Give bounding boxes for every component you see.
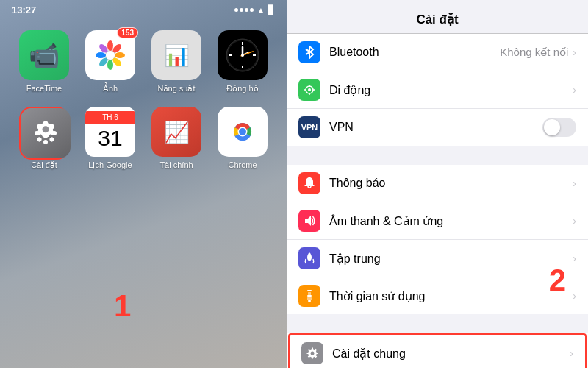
cai-dat-chung-chevron: ›	[570, 347, 573, 359]
facetime-icon: 📹	[19, 30, 69, 80]
donghon-label: Đồng hồ	[226, 84, 258, 93]
tap-trung-icon	[298, 247, 320, 269]
settings-bluetooth[interactable]: Bluetooth Không kết nối ›	[287, 34, 588, 71]
cal-date: 31	[98, 124, 122, 152]
app-facetime[interactable]: 📹 FaceTime	[15, 30, 74, 93]
di-dong-chevron: ›	[573, 84, 576, 96]
app-grid: 📹 FaceTime	[0, 18, 287, 179]
app-photos[interactable]: 153 Ảnh	[81, 30, 140, 93]
svg-point-26	[36, 136, 42, 142]
thoi-gian-chevron: ›	[573, 290, 576, 302]
settings-am-thanh[interactable]: Âm thanh & Cảm ứng ›	[287, 202, 588, 240]
section-gap-1	[287, 146, 588, 165]
step-1-number: 1	[114, 289, 131, 324]
caidhat-icon	[21, 108, 71, 158]
svg-point-25	[43, 140, 48, 144]
svg-point-37	[308, 88, 311, 91]
cai-dat-chung-label: Cài đặt chung	[332, 347, 570, 361]
settings-thoi-gian[interactable]: Thời gian sử dụng ›	[287, 277, 588, 314]
taichinh-label: Tài chính	[159, 160, 193, 169]
tap-trung-label: Tập trung	[329, 252, 573, 266]
photos-badge: 153	[117, 27, 138, 38]
settings-cai-dat-chung[interactable]: Cài đặt chung ›	[288, 333, 587, 368]
bluetooth-value: Không kết nối	[500, 46, 568, 59]
chrome-label: Chrome	[228, 160, 257, 169]
app-lichgoogle[interactable]: TH 6 31 Lịch Google	[81, 107, 140, 170]
nangsuat-icon: 📊	[151, 30, 201, 80]
settings-thong-bao[interactable]: Thông báo ›	[287, 165, 588, 202]
svg-rect-43	[307, 290, 312, 291]
svg-point-35	[239, 128, 246, 135]
tap-trung-chevron: ›	[573, 252, 576, 264]
svg-marker-42	[305, 216, 311, 226]
app-chrome[interactable]: Chrome	[213, 107, 272, 170]
vpn-icon: VPN	[298, 116, 320, 138]
chrome-icon	[218, 107, 268, 157]
vpn-toggle[interactable]	[542, 118, 576, 137]
svg-point-1	[107, 40, 113, 51]
cal-header: TH 6	[85, 111, 135, 124]
am-thanh-label: Âm thanh & Cảm ứng	[329, 214, 573, 228]
settings-di-dong[interactable]: Di động ›	[287, 71, 588, 109]
settings-vpn[interactable]: VPN VPN	[287, 109, 588, 146]
section-gap-2	[287, 314, 588, 333]
facetime-label: FaceTime	[26, 84, 62, 93]
donghon-icon	[218, 30, 268, 80]
svg-point-24	[49, 136, 54, 142]
am-thanh-icon	[298, 210, 320, 232]
cai-dat-chung-icon	[301, 342, 323, 364]
settings-panel: Cài đặt Bluetooth Không kết nối › Di độn…	[287, 0, 588, 368]
settings-section-1: Bluetooth Không kết nối › Di động › VPN …	[287, 34, 588, 146]
signal-icon	[234, 8, 254, 12]
step-2-number: 2	[549, 263, 566, 298]
wifi-icon: ▲	[257, 5, 265, 15]
am-thanh-chevron: ›	[573, 215, 576, 227]
svg-point-48	[311, 352, 315, 355]
settings-section-2: Thông báo › Âm thanh & Cảm ứng › Tập tru…	[287, 165, 588, 314]
lichgoogle-label: Lịch Google	[88, 160, 132, 170]
vpn-label: VPN	[329, 121, 542, 134]
svg-rect-47	[308, 300, 311, 302]
app-nangsuat[interactable]: 📊 Năng suất	[147, 30, 206, 93]
time-display: 13:27	[12, 4, 36, 15]
status-icons: ▲ ▋	[234, 5, 275, 15]
thoi-gian-icon	[298, 285, 320, 307]
svg-point-3	[115, 52, 125, 58]
svg-rect-46	[307, 297, 312, 300]
thong-bao-label: Thông báo	[329, 177, 573, 190]
thong-bao-icon	[298, 172, 320, 194]
app-donghon[interactable]: Đồng hồ	[213, 30, 272, 93]
status-bar: 13:27 ▲ ▋	[0, 0, 287, 18]
svg-point-9	[106, 51, 115, 60]
settings-tap-trung[interactable]: Tập trung ›	[287, 240, 588, 277]
thoi-gian-label: Thời gian sử dụng	[329, 289, 573, 303]
svg-point-5	[107, 60, 113, 70]
battery-icon: ▋	[268, 5, 275, 15]
home-screen: 13:27 ▲ ▋ 📹 FaceTime	[0, 0, 287, 368]
di-dong-label: Di động	[329, 83, 573, 97]
photos-label: Ảnh	[103, 84, 118, 93]
app-taichinh[interactable]: 📈 Tài chính	[147, 107, 206, 170]
settings-list: Bluetooth Không kết nối › Di động › VPN …	[287, 34, 588, 368]
settings-title: Cài đặt	[287, 0, 588, 34]
bluetooth-chevron: ›	[573, 46, 576, 58]
taichinh-icon: 📈	[151, 107, 201, 157]
svg-point-7	[96, 52, 106, 58]
thong-bao-chevron: ›	[573, 177, 576, 189]
nangsuat-label: Năng suất	[157, 84, 195, 93]
caidhat-label: Cài đặt	[31, 160, 57, 170]
svg-rect-45	[307, 295, 312, 297]
di-dong-icon	[298, 79, 320, 101]
svg-point-19	[241, 54, 244, 57]
vpn-toggle-knob	[544, 119, 560, 135]
svg-rect-44	[308, 292, 311, 295]
lichgoogle-icon: TH 6 31	[85, 107, 135, 157]
svg-point-30	[43, 126, 49, 132]
app-caidhat[interactable]: Cài đặt	[15, 107, 74, 170]
caidhat-selected-border	[19, 107, 69, 160]
settings-section-3: Cài đặt chung › Trung tâm điều khiển ›	[287, 333, 588, 368]
bluetooth-icon	[298, 41, 320, 63]
bluetooth-label: Bluetooth	[329, 46, 500, 59]
